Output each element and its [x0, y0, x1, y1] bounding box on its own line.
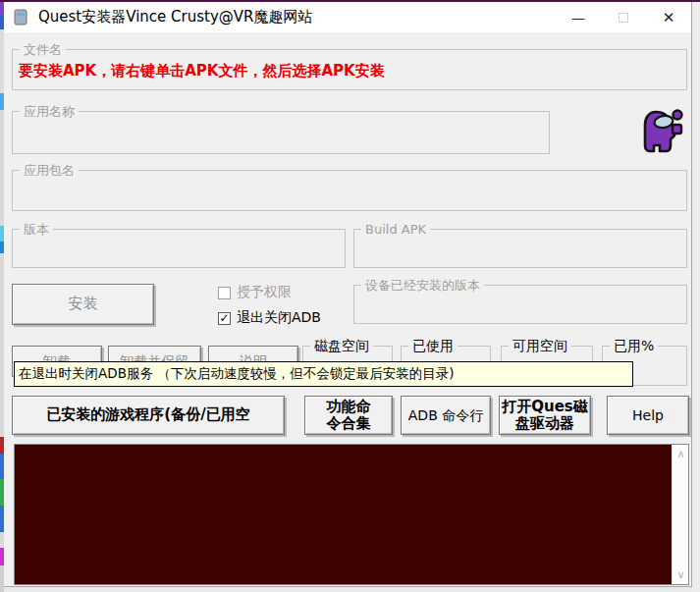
window-top-accent — [0, 0, 700, 2]
grant-permission-label: 授予权限 — [237, 284, 292, 301]
group-app-name-label: 应用名称 — [20, 103, 79, 120]
close-adb-on-exit-checkbox[interactable]: ✓ 退出关闭ADB — [218, 309, 321, 327]
filename-warning-text: 要安装APK，请右键单击APK文件，然后选择APK安装 — [19, 62, 385, 81]
group-free-space-label: 可用空间 — [509, 338, 571, 354]
install-button[interactable]: 安装 — [12, 284, 154, 325]
log-scrollbar[interactable]: ∧ ∨ — [672, 445, 688, 584]
titlebar: Quest安装器Vince Crusty@VR魔趣网站 — ✕ — [4, 2, 691, 32]
maximize-button — [601, 2, 646, 32]
group-used-space-label: 已使用 — [408, 338, 458, 354]
among-us-crewmate-icon — [638, 107, 685, 156]
function-commands-button[interactable]: 功能命 令合集 — [304, 396, 393, 435]
installed-games-button[interactable]: 已安装的游戏程序(备份/已用空 — [12, 396, 285, 435]
close-button[interactable]: ✕ — [646, 2, 691, 32]
group-version[interactable]: 版本 — [12, 229, 346, 268]
log-output[interactable]: ∧ ∨ — [14, 444, 689, 585]
checkbox-box[interactable]: ✓ — [218, 312, 231, 325]
group-package-name-label: 应用包名 — [20, 162, 79, 179]
open-quest-drive-button[interactable]: 打开Ques磁 盘驱动器 — [499, 396, 591, 435]
minimize-button[interactable]: — — [556, 2, 601, 32]
adb-command-line-button[interactable]: ADB 命令行 — [401, 396, 491, 435]
window-title: Quest安装器Vince Crusty@VR魔趣网站 — [38, 8, 313, 27]
group-filename-label: 文件名 — [20, 41, 66, 58]
group-app-name[interactable]: 应用名称 — [12, 111, 550, 154]
app-window: Quest安装器Vince Crusty@VR魔趣网站 — ✕ 文件名 要安装A… — [4, 0, 692, 587]
group-build-apk[interactable]: Build APK — [353, 229, 687, 268]
close-adb-on-exit-label: 退出关闭ADB — [237, 309, 321, 327]
grant-permission-checkbox[interactable]: 授予权限 — [218, 284, 292, 301]
group-version-label: 版本 — [20, 221, 53, 238]
group-build-apk-label: Build APK — [361, 221, 430, 238]
checkbox-box[interactable] — [218, 287, 231, 299]
adb-tooltip: 在退出时关闭ADB服务 （下次启动速度较慢，但不会锁定最后安装的目录) — [14, 361, 633, 387]
group-used-percent-label: 已用% — [610, 338, 658, 354]
group-disk-space-label: 磁盘空间 — [310, 338, 373, 354]
group-installed-version-label: 设备已经安装的版本 — [361, 277, 484, 294]
group-package-name[interactable]: 应用包名 — [12, 170, 687, 211]
group-installed-version: 设备已经安装的版本 — [353, 285, 687, 324]
group-filename: 文件名 要安装APK，请右键单击APK文件，然后选择APK安装 — [12, 49, 687, 90]
app-icon — [13, 9, 29, 26]
scroll-down-icon[interactable]: ∨ — [673, 566, 689, 583]
desktop-edge-right — [692, 0, 700, 592]
scroll-up-icon[interactable]: ∧ — [673, 446, 689, 462]
screen: Quest安装器Vince Crusty@VR魔趣网站 — ✕ 文件名 要安装A… — [0, 0, 700, 592]
help-button[interactable]: Help — [607, 396, 689, 435]
